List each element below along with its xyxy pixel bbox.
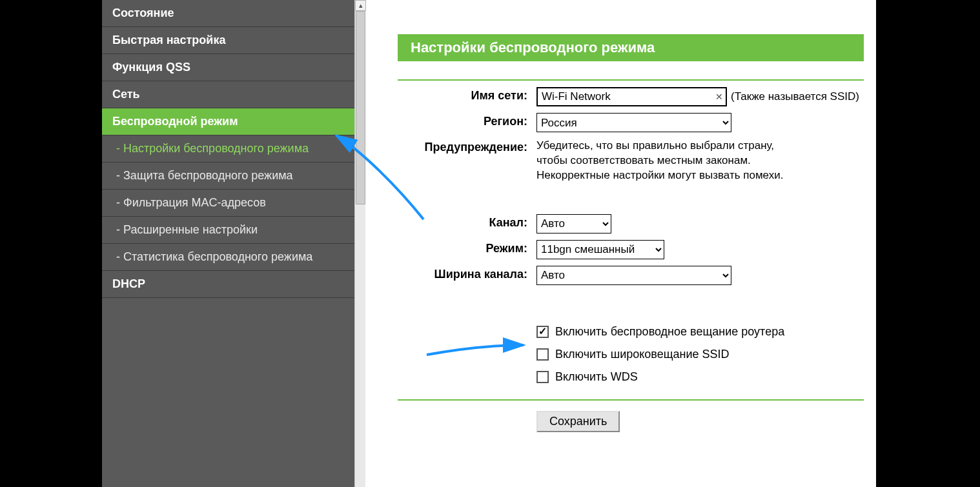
checkbox-enable-wireless-radio-label: Включить беспроводное вещание роутера: [555, 325, 784, 339]
region-select[interactable]: Россия: [536, 113, 731, 132]
router-admin-window: Состояние Быстрая настройка Функция QSS …: [101, 0, 877, 487]
sidebar-sub-wireless-settings[interactable]: - Настройки беспроводного режима: [102, 135, 354, 163]
warning-text: Убедитесь, что вы правильно выбрали стра…: [536, 139, 783, 183]
ssid-hint: (Также называется SSID): [731, 90, 859, 103]
checkbox-enable-ssid-broadcast[interactable]: [536, 348, 549, 361]
scroll-up-icon[interactable]: ▴: [355, 0, 366, 11]
checkbox-enable-ssid-broadcast-label: Включить широковещание SSID: [555, 348, 730, 361]
ssid-input[interactable]: [536, 87, 727, 106]
channel-width-select[interactable]: Авто: [536, 266, 731, 285]
mode-select[interactable]: 11bgn смешанный: [536, 240, 664, 259]
channel-label: Канал:: [398, 214, 536, 230]
sidebar: Состояние Быстрая настройка Функция QSS …: [102, 0, 354, 487]
sidebar-item-qss[interactable]: Функция QSS: [102, 54, 354, 81]
divider: [398, 79, 864, 81]
sidebar-sub-advanced[interactable]: - Расширенные настройки: [102, 217, 354, 244]
warning-label: Предупреждение:: [398, 139, 536, 154]
channel-width-label: Ширина канала:: [398, 266, 536, 281]
sidebar-item-dhcp[interactable]: DHCP: [102, 271, 354, 298]
region-label: Регион:: [398, 113, 536, 128]
sidebar-item-wireless[interactable]: Беспроводной режим: [102, 108, 354, 135]
sidebar-scrollbar[interactable]: ▴: [354, 0, 365, 487]
content-area: Настройки беспроводного режима Имя сети:…: [365, 0, 876, 487]
clear-input-icon[interactable]: ✕: [715, 92, 723, 102]
divider: [398, 399, 864, 401]
checkbox-enable-wds-label: Включить WDS: [555, 370, 638, 384]
sidebar-sub-mac-filter[interactable]: - Фильтрация MAC-адресов: [102, 190, 354, 217]
sidebar-item-quick-setup[interactable]: Быстрая настройка: [102, 27, 354, 54]
checkbox-enable-wds[interactable]: [536, 371, 549, 383]
channel-select[interactable]: Авто: [536, 214, 611, 234]
scroll-thumb[interactable]: [356, 11, 365, 204]
ssid-label: Имя сети:: [398, 87, 536, 103]
save-button[interactable]: Сохранить: [536, 411, 620, 432]
checkbox-enable-wireless-radio[interactable]: [536, 326, 549, 338]
sidebar-sub-wireless-security[interactable]: - Защита беспроводного режима: [102, 163, 354, 190]
sidebar-wrap: Состояние Быстрая настройка Функция QSS …: [102, 0, 365, 487]
sidebar-item-network[interactable]: Сеть: [102, 81, 354, 108]
sidebar-item-status[interactable]: Состояние: [102, 0, 354, 27]
sidebar-sub-wireless-stats[interactable]: - Статистика беспроводного режима: [102, 244, 354, 271]
page-title: Настройки беспроводного режима: [398, 34, 864, 61]
mode-label: Режим:: [398, 240, 536, 255]
